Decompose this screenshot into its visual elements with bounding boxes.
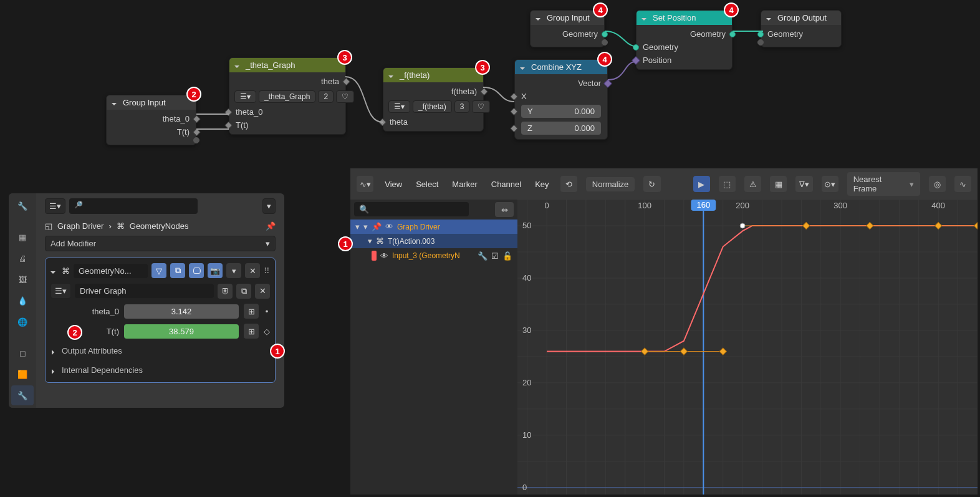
menu-select[interactable]: Select xyxy=(413,178,441,190)
chevron-down-icon[interactable] xyxy=(50,266,58,276)
tab-world-icon[interactable]: 🌐 xyxy=(11,312,34,332)
tab-object-icon[interactable]: ◻ xyxy=(11,343,34,363)
cursor-tool-icon[interactable]: ▶ xyxy=(693,176,710,192)
node-header-group-output[interactable]: Group Output xyxy=(761,11,841,25)
normalize-button[interactable]: Normalize xyxy=(586,177,635,191)
eye-icon[interactable]: 👁 xyxy=(380,251,388,261)
svg-rect-60 xyxy=(974,222,978,229)
toggle-render-icon[interactable]: 📷 xyxy=(208,263,223,278)
node-header-set-position[interactable]: Set Position xyxy=(637,11,732,25)
socket-label: Position xyxy=(643,55,671,65)
menu-marker[interactable]: Marker xyxy=(449,178,479,190)
overlay-icon[interactable]: ▦ xyxy=(770,176,787,192)
filter-icon[interactable]: ∇▾ xyxy=(795,176,812,192)
node-title: _f(theta) xyxy=(400,70,430,80)
graph-plot-area[interactable]: 010020030040001020304050160 xyxy=(517,200,978,495)
socket-label: T(t) xyxy=(236,120,248,130)
remove-modifier-button[interactable]: ✕ xyxy=(245,263,260,278)
socket-label: theta xyxy=(321,77,339,86)
channel-root[interactable]: ▾▾📌👁 Graph Driver xyxy=(350,220,517,234)
internal-dependencies-toggle[interactable]: Internal Dependencies xyxy=(50,363,270,377)
copy-icon[interactable]: ⧉ xyxy=(236,284,251,299)
tab-render-icon[interactable]: ▦ xyxy=(11,227,34,247)
svg-text:40: 40 xyxy=(522,273,531,282)
breadcrumb-object[interactable]: Graph Driver xyxy=(57,221,103,231)
add-modifier-dropdown[interactable]: Add Modifier▾ xyxy=(45,236,276,251)
theta0-label: theta_0 xyxy=(68,307,119,316)
attr-toggle-icon[interactable]: ⊞ xyxy=(244,324,259,339)
node-header-f-theta[interactable]: _f(theta) xyxy=(383,68,483,82)
svg-text:30: 30 xyxy=(522,326,531,335)
channel-fcurve[interactable]: 👁 Input_3 (GeometryN 🔧 ☑ 🔓 xyxy=(350,248,517,263)
nodegroup-browse-button[interactable]: ☰▾ xyxy=(234,90,256,103)
modifier-name-field[interactable]: GeometryNo... xyxy=(74,264,148,278)
snap-mode-dropdown[interactable]: Nearest Frame ▾ xyxy=(847,172,920,196)
eye-icon[interactable]: 👁 xyxy=(385,222,393,231)
nodegroup-name-field[interactable]: Driver Graph xyxy=(75,284,214,298)
menu-channel[interactable]: Channel xyxy=(489,178,524,190)
svg-rect-54 xyxy=(680,348,687,355)
nodegroup-browse-button[interactable]: ☰▾ xyxy=(50,283,71,299)
proportional-icon[interactable]: ◎ xyxy=(929,176,946,192)
chevron-right-icon: › xyxy=(108,221,111,231)
pin-icon: 📌 xyxy=(372,222,382,231)
nodegroup-name-field[interactable]: _f(theta) xyxy=(413,100,452,113)
curve-icon[interactable]: ∿ xyxy=(954,176,971,192)
breadcrumb-modifier[interactable]: GeometryNodes xyxy=(130,221,189,231)
tab-tool-icon[interactable]: 🔧 xyxy=(11,196,34,216)
combine-y-field[interactable]: Y0.000 xyxy=(521,105,601,118)
fake-user-button[interactable]: ♡ xyxy=(472,100,490,113)
node-title: Group Input xyxy=(547,13,590,22)
tab-view-icon[interactable]: 🖼 xyxy=(11,269,34,289)
fake-user-button[interactable]: ♡ xyxy=(336,90,354,103)
nodegroup-browse-button[interactable]: ☰▾ xyxy=(388,100,410,113)
node-title: _theta_Graph xyxy=(246,60,295,70)
tab-wrench-icon[interactable]: 🔧 xyxy=(11,385,34,405)
tab-modifiers-icon[interactable]: 🟧 xyxy=(11,364,34,384)
drag-handle-icon[interactable]: ⠿ xyxy=(264,266,270,276)
theta0-value-field[interactable]: 3.142 xyxy=(124,304,239,319)
attr-toggle-icon[interactable]: ⊞ xyxy=(244,304,259,319)
channel-width-icon[interactable]: ⇔ xyxy=(495,202,514,217)
node-header-group-input-1[interactable]: Group Input xyxy=(107,95,196,110)
node-header-combine-xyz[interactable]: Combine XYZ xyxy=(515,60,607,74)
unlink-icon[interactable]: ✕ xyxy=(255,284,270,299)
shield-icon[interactable]: ⛨ xyxy=(218,284,233,299)
mute-checkbox[interactable]: ☑ xyxy=(491,251,499,261)
svg-rect-53 xyxy=(641,348,648,355)
svg-text:100: 100 xyxy=(638,201,651,210)
filter-dropdown[interactable]: ▾ xyxy=(262,198,276,214)
autorange-icon[interactable]: ↻ xyxy=(643,176,660,192)
annotation-badge: 3 xyxy=(475,60,490,75)
tt-value-field[interactable]: 38.579 xyxy=(124,324,239,339)
output-attributes-toggle[interactable]: Output Attributes xyxy=(50,344,270,358)
channel-search-input[interactable] xyxy=(354,202,469,216)
menu-view[interactable]: View xyxy=(382,178,405,190)
lock-icon[interactable]: 🔓 xyxy=(502,251,512,261)
properties-search-input[interactable] xyxy=(69,198,198,214)
tab-output-icon[interactable]: 🖨 xyxy=(11,248,34,268)
pin-icon[interactable]: 📌 xyxy=(266,221,276,231)
ghost-icon[interactable]: ⟲ xyxy=(560,176,577,192)
toggle-monitor-icon[interactable]: 🖵 xyxy=(189,263,204,278)
toggle-nodes-icon[interactable]: ▽ xyxy=(151,263,166,278)
nodegroup-name-field[interactable]: _theta_Graph xyxy=(259,90,315,103)
warning-icon[interactable]: ⚠ xyxy=(744,176,761,192)
tab-scene-icon[interactable]: 💧 xyxy=(11,291,34,311)
nodegroup-users[interactable]: 3 xyxy=(454,100,470,113)
options-dropdown[interactable]: ☰▾ xyxy=(45,198,65,214)
combine-z-field[interactable]: Z0.000 xyxy=(521,122,601,135)
pivot-icon[interactable]: ⊙▾ xyxy=(822,176,838,192)
wrench-icon[interactable]: 🔧 xyxy=(478,251,488,261)
nodegroup-users[interactable]: 2 xyxy=(318,90,334,103)
editor-type-dropdown[interactable]: ∿▾ xyxy=(357,176,373,192)
menu-key[interactable]: Key xyxy=(532,178,551,190)
channel-action[interactable]: ▾⌘ T(t)Action.003 xyxy=(350,234,517,248)
svg-text:300: 300 xyxy=(833,201,847,210)
select-tool-icon[interactable]: ⬚ xyxy=(719,176,736,192)
cube-icon: ◱ xyxy=(45,221,52,231)
extras-dropdown[interactable]: ▾ xyxy=(226,263,241,278)
toggle-edit-icon[interactable]: ⧉ xyxy=(170,263,185,278)
node-header-theta-graph[interactable]: _theta_Graph xyxy=(229,58,345,72)
node-title: Group Input xyxy=(123,98,166,107)
